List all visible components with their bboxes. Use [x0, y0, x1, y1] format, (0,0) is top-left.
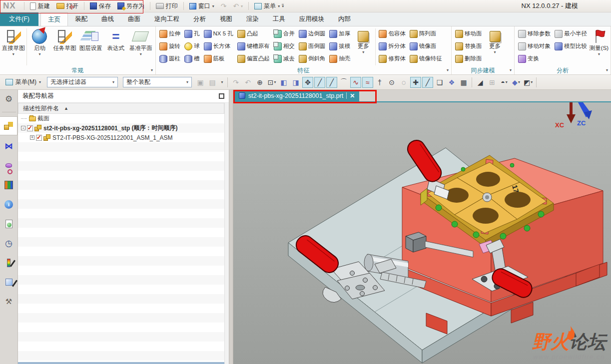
offset-boss-button[interactable]: 偏置凸起 — [235, 52, 272, 65]
web-browser-tab[interactable] — [0, 216, 17, 231]
group-dialog-launcher[interactable]: ▾ — [151, 68, 153, 72]
sort-ascending-icon[interactable]: ▲ — [64, 106, 68, 111]
line-point-icon[interactable]: ╱ — [422, 77, 433, 88]
circle-center-icon[interactable]: ⊙ — [386, 77, 397, 88]
shaded-solid-icon[interactable]: ◨ — [290, 77, 301, 88]
tab-application[interactable]: 应用模块 — [292, 12, 331, 26]
rib-button[interactable]: 筋板 — [202, 52, 235, 65]
chamfer-button[interactable]: 倒斜角 — [297, 52, 328, 65]
tab-analysis[interactable]: 分析 — [186, 12, 213, 26]
transform-button[interactable]: 变换 — [516, 52, 553, 65]
expressions-button[interactable]: =表达式 — [104, 27, 128, 51]
shaded-cube-icon[interactable]: ◆▾ — [511, 77, 522, 88]
arc-snap-icon[interactable]: ⌒ — [338, 77, 349, 88]
move-handles-icon[interactable]: ✥ — [302, 77, 313, 88]
work-component-icon[interactable]: ▤ — [207, 77, 218, 88]
shell-button[interactable]: 抽壳 — [327, 52, 352, 65]
datum-csys-icon[interactable]: ◧ — [278, 77, 289, 88]
visual-reports-tab[interactable] — [0, 255, 17, 270]
window-button[interactable]: 窗口▾ — [187, 1, 217, 11]
horizontal-scrollbar[interactable] — [18, 362, 224, 364]
pan-view-icon[interactable]: ↶ — [242, 77, 253, 88]
tree-row-part[interactable]: - st2-it-pbs-xg-20251128001_stp (顺序：时间顺序… — [18, 123, 224, 133]
group-dialog-launcher[interactable]: ▾ — [447, 68, 449, 72]
orbit-view-icon[interactable]: ↷ — [230, 77, 241, 88]
direct-sketch-button[interactable]: 直接草图▾ — [1, 27, 25, 56]
groove-button[interactable]: 槽 — [182, 52, 202, 65]
sync-more-button[interactable]: 更多▾ — [484, 27, 506, 54]
history-tab[interactable]: ◷ — [0, 236, 17, 251]
subassembly-checkbox[interactable] — [36, 135, 42, 141]
axis-point-icon[interactable]: † — [374, 77, 385, 88]
face-blend-button[interactable]: 面倒圆 — [297, 40, 328, 52]
tab-surface[interactable]: 曲面 — [121, 12, 147, 26]
model-canvas[interactable]: XC ZC — [233, 101, 611, 364]
rectangle-select-icon[interactable]: ⊡▾ — [266, 77, 277, 88]
undo-button[interactable]: ↶▾ — [230, 1, 245, 10]
hd3d-tools-tab[interactable]: i — [0, 197, 17, 212]
line-snap-icon[interactable]: ╱ — [314, 77, 325, 88]
cylinder-button[interactable]: 圆柱 — [157, 52, 182, 65]
expand-icon[interactable]: + — [30, 135, 34, 140]
tools-tab[interactable]: ⚒ — [0, 294, 17, 309]
snap-point-icon[interactable]: ⊕ — [254, 77, 265, 88]
group-dialog-launcher[interactable]: ▾ — [606, 68, 608, 72]
section-view-icon[interactable]: ◓▾ — [499, 77, 510, 88]
selection-scope-combo[interactable]: 整个装配▾ — [123, 77, 192, 87]
model-compare-button[interactable]: 模型比较 — [553, 40, 589, 52]
remove-parameters-button[interactable]: 移除参数 — [516, 27, 553, 40]
save-button[interactable]: 保存 — [87, 1, 113, 11]
grid-snap-icon[interactable]: ▦ — [458, 77, 469, 88]
draft-button[interactable]: 拔模 — [327, 40, 352, 52]
bounding-body-button[interactable]: 包容体 — [377, 27, 408, 40]
redo-button[interactable]: ↷ — [218, 1, 229, 10]
tab-view[interactable]: 视图 — [213, 12, 239, 26]
wizard-tab[interactable] — [0, 275, 17, 290]
keyslot-button[interactable]: 键槽原有 — [235, 40, 272, 52]
mirror-face-button[interactable]: 镜像面 — [408, 40, 444, 52]
constraint-navigator-tab[interactable]: ⋈ — [0, 138, 17, 153]
feature-more-button[interactable]: 更多▾ — [352, 27, 374, 54]
thicken-button[interactable]: 加厚 — [327, 27, 352, 40]
panel-splitter[interactable] — [229, 90, 233, 364]
replace-face-button[interactable]: 替换面 — [453, 40, 484, 52]
unite-button[interactable]: 合并 — [272, 27, 297, 40]
sheet-ghost-icon[interactable]: ⊞ — [487, 77, 498, 88]
task-sketch-button[interactable]: 任务草图 — [51, 27, 77, 51]
settings-gear-icon[interactable]: ⚙ — [0, 91, 17, 106]
show-outline-icon[interactable]: ▣ — [195, 77, 206, 88]
line-snap2-icon[interactable]: ╱ — [326, 77, 337, 88]
menu-m-button[interactable]: 菜单(M)▾ — [2, 77, 44, 87]
mirror-feature-button[interactable]: 镜像特征 — [408, 52, 444, 65]
revolve-button[interactable]: 旋转 — [157, 40, 182, 52]
extrude-button[interactable]: 拉伸 — [157, 27, 182, 40]
face-snap-icon[interactable]: ❏ — [434, 77, 445, 88]
split-body-button[interactable]: 拆分体 — [377, 40, 408, 52]
hole-button[interactable]: 孔 — [182, 27, 202, 40]
cone-point-icon[interactable]: ◢ — [475, 77, 486, 88]
nx5-hole-button[interactable]: NX 5 孔 — [202, 27, 235, 40]
intersect-button[interactable]: 相交 — [272, 40, 297, 52]
tab-curve[interactable]: 曲线 — [94, 12, 121, 26]
spline-snap-icon[interactable]: ≈ — [362, 77, 373, 88]
sphere-button[interactable]: 球 — [182, 40, 202, 52]
assembly-navigator-tab[interactable] — [0, 116, 17, 135]
pattern-face-button[interactable]: 阵列面 — [408, 27, 444, 40]
reuse-library-tab[interactable] — [0, 177, 17, 192]
intersect-point-icon[interactable]: ❖ — [446, 77, 457, 88]
tab-reverse-engineering[interactable]: 逆向工程 — [147, 12, 186, 26]
move-face-button[interactable]: 移动面 — [453, 27, 484, 40]
minimum-radius-button[interactable]: 最小半径 — [553, 27, 589, 40]
part-checkbox[interactable] — [27, 125, 33, 131]
new-button[interactable]: 新建 — [27, 1, 52, 11]
part-file-tab[interactable]: st2-it-pbs-xg-20251128001_stp.prt ✕ — [234, 90, 359, 101]
polyline-snap-icon[interactable]: ∿ — [350, 77, 361, 88]
open-button[interactable]: 打开 — [54, 1, 81, 11]
measure-button[interactable]: 测量(S)▾ — [589, 27, 609, 56]
save-as-button[interactable]: 另存为 — [115, 1, 147, 11]
circle-dashed-icon[interactable]: ◌ — [398, 77, 409, 88]
tab-file[interactable]: 文件(F) — [0, 12, 38, 26]
edge-blend-button[interactable]: 边倒圆 — [297, 27, 328, 40]
tree-row-sections[interactable]: ┄┄ 截面 — [18, 114, 224, 123]
boss-button[interactable]: 凸起 — [235, 27, 272, 40]
